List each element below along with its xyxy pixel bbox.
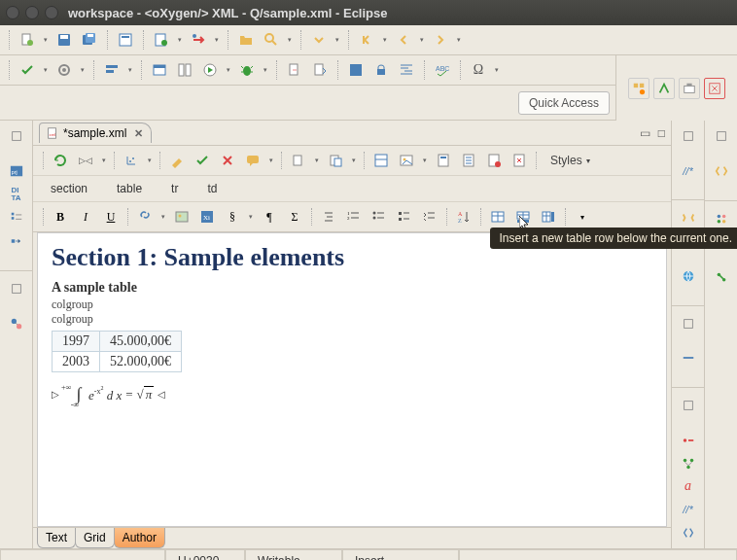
browser-view-icon[interactable] (679, 266, 698, 286)
insert-math-button[interactable]: Σ (284, 206, 305, 228)
attr-view-icon[interactable]: a (679, 477, 698, 497)
open-perspective-button[interactable] (628, 78, 649, 99)
insert-xref-button[interactable] (509, 150, 530, 171)
check-wellformed-button[interactable] (17, 59, 38, 81)
insert-table-button[interactable] (487, 206, 509, 228)
xslt-view-icon[interactable]: //* (679, 500, 698, 519)
insert-para-symbol-button[interactable]: § (222, 206, 243, 228)
view-tab-author[interactable]: Author (114, 528, 165, 548)
save-button[interactable] (53, 29, 75, 51)
validate-button[interactable] (151, 29, 172, 51)
restore-view-2-icon[interactable] (679, 314, 698, 333)
outline-view-icon[interactable] (7, 208, 26, 228)
restore-view-3-icon[interactable] (679, 396, 698, 415)
cut-button[interactable] (288, 150, 309, 171)
breadcrumb-td[interactable]: td (201, 180, 223, 197)
open-button[interactable] (235, 29, 257, 51)
nav-down-button[interactable] (308, 29, 330, 51)
insert-xinclude-button[interactable]: Xi (196, 206, 218, 228)
profiling-button[interactable] (121, 150, 142, 171)
tree-view-icon[interactable] (679, 454, 698, 473)
new-dropdown[interactable]: ▾ (42, 30, 50, 50)
dita-view-icon[interactable]: DITA (7, 185, 26, 204)
run-button[interactable] (199, 59, 221, 81)
link-button[interactable] (134, 206, 156, 228)
insert-pilcrow-button[interactable]: ¶ (259, 206, 280, 228)
lock-button[interactable] (370, 59, 392, 81)
insert-equation-button[interactable] (483, 150, 505, 171)
generate-button[interactable] (309, 59, 331, 81)
xslt-debug-view-icon[interactable]: //* (679, 161, 698, 181)
math-equation[interactable]: ▷ +∞ ∫ -∞ e-x2 d x = √π ◁ (52, 384, 652, 404)
transform-button[interactable] (188, 29, 209, 51)
transformation-view-icon[interactable] (7, 231, 26, 251)
sort-button[interactable]: AZ (453, 206, 474, 228)
styles-dropdown[interactable]: Styles ▾ (543, 152, 598, 169)
tags-display-button[interactable]: ▷◁ (75, 150, 96, 171)
restore-view-icon[interactable] (679, 126, 698, 146)
search-button[interactable] (261, 29, 282, 51)
ordered-list-button[interactable]: 12 (343, 206, 365, 228)
pretty-print-button[interactable] (345, 59, 367, 81)
paste-button[interactable] (325, 150, 346, 171)
procedure-list-button[interactable] (419, 206, 440, 228)
variable-list-button[interactable] (394, 206, 415, 228)
view-tab-text[interactable]: Text (37, 528, 76, 548)
minimize-editor-icon[interactable]: ▭ (640, 126, 650, 140)
itemized-list-button[interactable] (368, 206, 390, 228)
breadcrumb-tr[interactable]: tr (165, 180, 184, 197)
track-changes-button[interactable] (166, 150, 188, 171)
cell-year-2[interactable]: 2003 (53, 352, 100, 372)
xquery-perspective-button[interactable] (704, 78, 725, 99)
external-tools-button[interactable] (149, 59, 170, 81)
palette-view-icon[interactable] (679, 348, 698, 368)
cell-amount-2[interactable]: 52.000,00€ (100, 352, 182, 372)
nav-fwd-button[interactable] (430, 29, 451, 51)
insert-image-inline-button[interactable] (171, 206, 193, 228)
model-view-icon[interactable] (7, 314, 26, 333)
results-view-icon[interactable] (679, 431, 698, 450)
code-templates-view-icon[interactable] (712, 161, 731, 181)
comment-button[interactable] (242, 150, 263, 171)
insert-col-button[interactable] (538, 206, 559, 228)
debug-button[interactable] (236, 59, 258, 81)
minimize-view-icon[interactable] (7, 126, 26, 146)
insert-list-item-button[interactable] (318, 206, 339, 228)
author-editor-content[interactable]: Section 1: Sample elements A sample tabl… (37, 232, 667, 527)
cell-amount-1[interactable]: 45.000,00€ (100, 332, 182, 352)
xslt-perspective-button[interactable] (679, 78, 700, 99)
cell-year-1[interactable]: 1997 (53, 332, 100, 352)
maximize-window-button[interactable] (45, 6, 58, 19)
refresh-button[interactable] (50, 150, 71, 171)
compare-button[interactable] (174, 59, 195, 81)
switch-editor-button[interactable] (115, 29, 136, 51)
close-window-button[interactable] (6, 6, 19, 19)
more-dropdown[interactable]: ▾ (572, 206, 593, 228)
nav-last-button[interactable] (356, 29, 377, 51)
italic-button[interactable]: I (75, 206, 96, 228)
accept-change-button[interactable] (192, 150, 213, 171)
new-button[interactable] (17, 29, 38, 51)
breadcrumb-table[interactable]: table (111, 180, 148, 197)
maximize-editor-icon[interactable]: □ (658, 126, 665, 140)
insert-list-button-2[interactable] (458, 150, 479, 171)
breadcrumb-section[interactable]: section (45, 180, 93, 197)
view-tab-grid[interactable]: Grid (75, 528, 115, 548)
oxygen-perspective-button[interactable] (653, 78, 675, 99)
xpath-result-view-icon[interactable] (679, 208, 698, 228)
xpath-button[interactable] (101, 59, 123, 81)
elements-view-icon[interactable] (679, 523, 698, 542)
spelling-button[interactable]: ABC (432, 59, 453, 81)
insert-char-button[interactable]: Ω (468, 59, 489, 81)
sample-table[interactable]: 199745.000,00€ 200352.000,00€ (52, 331, 182, 372)
project-view-icon[interactable]: prj (7, 161, 26, 181)
minimize-window-button[interactable] (25, 6, 39, 19)
insert-image-button[interactable] (396, 150, 417, 171)
quick-access-field[interactable]: Quick Access (518, 91, 610, 115)
link-view-icon[interactable] (712, 267, 731, 287)
insert-para-button[interactable] (370, 150, 392, 171)
insert-row-below-button[interactable] (512, 206, 534, 228)
insert-section-button[interactable] (433, 150, 454, 171)
config-transform-button[interactable] (53, 59, 75, 81)
underline-button[interactable]: U (100, 206, 122, 228)
